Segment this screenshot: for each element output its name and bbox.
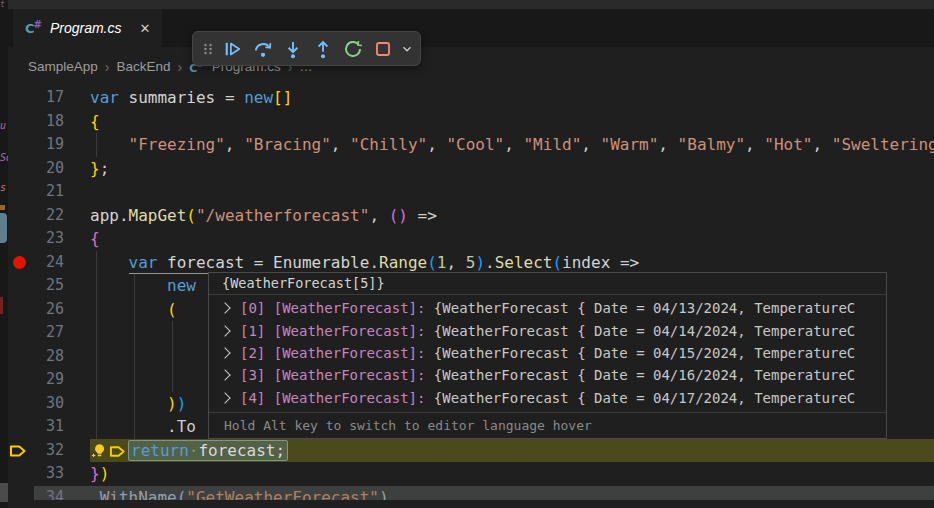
gutter-glyph-margin[interactable] [8,157,34,181]
gutter-glyph-margin[interactable] [8,345,34,369]
variable-index-label: [2] [WeatherForecast]: [240,345,425,361]
code-line: 18{ [8,110,934,134]
line-number: 17 [34,86,64,110]
code-line-text[interactable]: var forecast = Enumerable.Range(1, 5).Se… [90,251,934,275]
line-number: 32 [34,439,64,463]
gutter-glyph-margin[interactable] [8,321,34,345]
current-statement-arrow-icon [109,444,126,459]
line-number: 26 [34,298,64,322]
current-line-arrow-icon [9,443,27,459]
variable-value: {WeatherForecast { Date = 04/17/2024, Te… [425,390,855,406]
line-number: 22 [34,204,64,228]
code-line-text[interactable]: }; [90,157,934,181]
gutter-glyph-margin[interactable] [8,368,34,392]
code-line-text[interactable]: { [90,110,934,134]
line-number: 33 [34,462,64,486]
panel-scroll-indicator [0,213,7,243]
panel-fragment [0,205,5,210]
breakpoint-indicator[interactable] [13,256,26,269]
panel-text-fragment: So [0,152,8,163]
line-number: 21 [34,180,64,204]
clipped-side-panel: t u So s [0,0,8,508]
code-line-text[interactable]: return·forecast; [90,439,934,463]
close-icon[interactable]: ✕ [140,21,151,36]
variable-value: {WeatherForecast { Date = 04/15/2024, Te… [425,345,855,361]
gutter-glyph-margin[interactable] [8,110,34,134]
code-line-text[interactable]: "Freezing", "Bracing", "Chilly", "Cool",… [90,133,934,157]
panel-scrollbar[interactable] [0,483,8,502]
chevron-right-icon[interactable] [219,370,230,381]
title-bar-edge [8,0,934,9]
breadcrumb-item[interactable]: SampleApp [28,59,98,74]
line-number: 29 [34,368,64,392]
chevron-right-icon[interactable] [219,303,230,314]
code-line: 34.WithName("GetWeatherForecast") [8,486,934,500]
lightbulb-quickfix-icon[interactable] [90,443,107,460]
hover-variable-row[interactable]: [3] [WeatherForecast]: {WeatherForecast … [209,364,886,386]
code-line: 24 var forecast = Enumerable.Range(1, 5)… [8,251,934,275]
breadcrumb-item[interactable]: BackEnd [116,59,170,74]
panel-text-fragment: s [0,182,6,193]
chevron-right-icon[interactable] [219,325,230,336]
code-line: 17var summaries = new[] [8,86,934,110]
gutter-glyph-margin[interactable] [8,298,34,322]
continue-button[interactable] [218,35,247,63]
step-into-button[interactable] [278,35,307,63]
code-line: 22app.MapGet("/weatherforecast", () => [8,204,934,228]
stop-button[interactable] [368,35,397,63]
variable-value: {WeatherForecast { Date = 04/14/2024, Te… [425,323,855,339]
gutter-glyph-margin[interactable] [8,392,34,416]
chevron-right-icon[interactable] [219,347,230,358]
hover-variable-row[interactable]: [0] [WeatherForecast]: {WeatherForecast … [209,297,886,319]
hover-variable-row[interactable]: [4] [WeatherForecast]: {WeatherForecast … [209,387,886,409]
drag-handle-icon[interactable] [198,35,217,63]
line-number: 31 [34,415,64,439]
variable-value: {WeatherForecast { Date = 04/13/2024, Te… [425,300,855,316]
code-line-text[interactable]: var summaries = new[] [90,86,934,110]
breadcrumb: SampleApp›BackEnd›C#Program.cs›… [8,47,934,86]
breadcrumb-separator: › [178,59,183,75]
hover-variable-row[interactable]: [1] [WeatherForecast]: {WeatherForecast … [209,319,886,341]
toolbar-more-chevron-icon[interactable] [398,35,415,63]
code-line-text[interactable]: }) [90,462,934,486]
restart-button[interactable] [338,35,367,63]
step-out-button[interactable] [308,35,337,63]
gutter-glyph-margin[interactable] [8,86,34,110]
tab-program-cs[interactable]: C# Program.cs ✕ [13,9,162,47]
gutter-glyph-margin[interactable] [8,227,34,251]
code-line: 23{ [8,227,934,251]
gutter-glyph-margin[interactable] [8,251,34,275]
line-number: 34 [34,486,64,500]
gutter-glyph-margin[interactable] [8,133,34,157]
code-line-text[interactable]: .WithName("GetWeatherForecast") [90,486,934,500]
gutter-glyph-margin[interactable] [8,486,34,500]
panel-text-fragment: u [0,120,6,131]
hover-variable-row[interactable]: [2] [WeatherForecast]: {WeatherForecast … [209,342,886,364]
code-line-text[interactable]: { [90,227,934,251]
hovered-expression: var forecast = Enumerable.Range(1, 5).Se… [129,253,640,274]
chevron-right-icon[interactable] [219,392,230,403]
gutter-glyph-margin[interactable] [8,415,34,439]
variable-value: {WeatherForecast { Date = 04/16/2024, Te… [425,367,855,383]
tab-title: Program.cs [50,20,122,36]
line-number: 23 [34,227,64,251]
hover-title: {WeatherForecast[5]} [209,273,886,295]
code-line-text[interactable] [90,180,934,204]
code-line-text[interactable]: app.MapGet("/weatherforecast", () => [90,204,934,228]
variable-index-label: [1] [WeatherForecast]: [240,323,425,339]
gutter-glyph-margin[interactable] [8,204,34,228]
code-line: 32 return·forecast; [8,439,934,463]
debug-hover-popup: {WeatherForecast[5]} [0] [WeatherForecas… [208,272,887,439]
gutter-glyph-margin[interactable] [8,180,34,204]
step-over-button[interactable] [248,35,277,63]
breadcrumb-separator: › [105,59,110,75]
gutter-glyph-margin[interactable] [8,462,34,486]
line-number: 28 [34,345,64,369]
gutter-glyph-margin[interactable] [8,274,34,298]
editor-tab-bar: C# Program.cs ✕ [8,9,934,47]
gutter-glyph-margin[interactable] [8,439,34,463]
line-number: 25 [34,274,64,298]
line-number: 27 [34,321,64,345]
panel-fragment [0,297,3,314]
line-number: 18 [34,110,64,134]
